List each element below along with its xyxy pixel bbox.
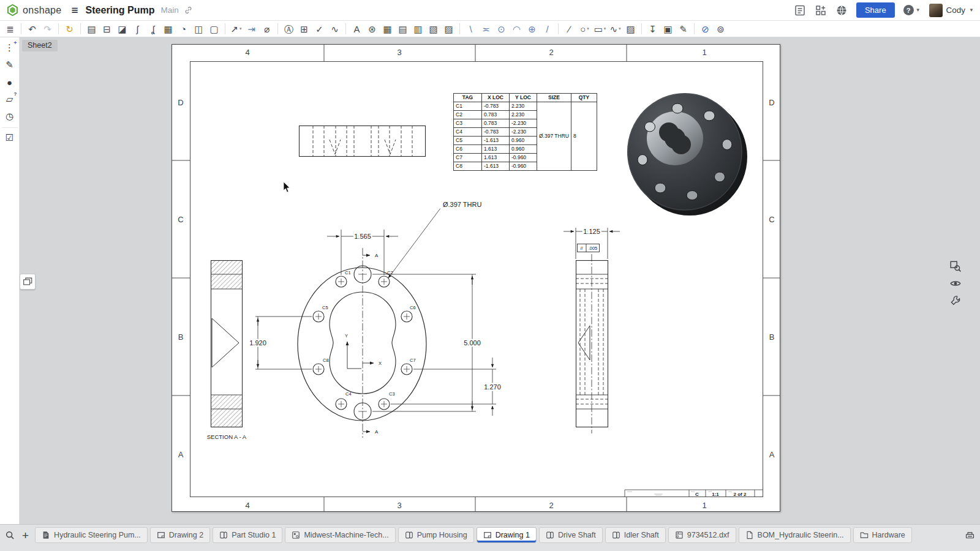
spline-icon[interactable]: ∿▾ [608, 22, 623, 36]
community-globe-icon[interactable] [835, 4, 848, 17]
rectangle-icon[interactable]: ▭▾ [592, 22, 608, 36]
main-menu-icon[interactable]: ≡ [72, 4, 78, 16]
history-icon[interactable]: ◷ [2, 108, 18, 124]
tab-hardware[interactable]: Hardware [853, 527, 912, 543]
share-button[interactable]: Share [856, 2, 895, 18]
construction-lines-icon[interactable]: ≍ [478, 22, 494, 36]
projected-view-icon[interactable]: ⊟ [99, 22, 115, 36]
auxiliary-view-icon[interactable]: ◪ [115, 22, 130, 36]
text-icon[interactable]: A [349, 22, 364, 36]
top-view[interactable] [300, 126, 426, 157]
feature-control-frame: // .005 [578, 244, 600, 252]
point-icon[interactable]: \ [463, 22, 478, 36]
drawing-canvas[interactable]: Sheet2 [20, 37, 980, 524]
front-view[interactable]: C1 C2 C3 C4 C5 C6 C7 C8 [298, 248, 426, 438]
left-section-view[interactable]: SECTION A - A [207, 261, 247, 441]
svg-text:A: A [375, 253, 379, 258]
sketch-pencil-icon[interactable]: ✎ [676, 22, 691, 36]
center-mark-icon[interactable]: ⊙ [494, 22, 509, 36]
measure-edit-icon[interactable]: ⊚ [713, 22, 728, 36]
title-block[interactable]: C 1:1 2 of 2 [625, 490, 763, 497]
svg-text:A: A [178, 450, 184, 459]
tab-label: Hardware [872, 531, 905, 539]
note-icon[interactable]: Ⓐ [281, 22, 296, 36]
app-icon [292, 531, 300, 539]
user-name: Cody [946, 6, 966, 15]
callout-icon[interactable]: ⊞ [296, 22, 312, 36]
bom-table-icon[interactable]: ▤ [395, 22, 410, 36]
insert-view-icon[interactable]: ▤ [84, 22, 99, 36]
diameter-dimension-icon[interactable]: ⌀ [259, 22, 274, 36]
table-icon[interactable]: ▦ [380, 22, 395, 36]
tab-9734512-dxf[interactable]: 9734512.dxf [668, 527, 736, 543]
tab-manager-icon[interactable] [965, 530, 975, 541]
iso-3d-view[interactable] [627, 93, 747, 216]
centerline-arc-icon[interactable]: ◠ [509, 22, 524, 36]
tasks-icon[interactable] [794, 4, 806, 17]
circle-icon[interactable]: ○▾ [577, 22, 592, 36]
section-view-icon[interactable]: ʃ [130, 22, 145, 36]
tools-icon[interactable] [949, 294, 962, 307]
iso-view-icon[interactable]: ◔ [176, 22, 191, 36]
markup-icon[interactable]: ✎ [2, 57, 18, 73]
left-sidebar: ⋮+✎●▱?◷☑ [0, 37, 20, 524]
tab-part-studio-1[interactable]: Part Studio 1 [213, 527, 282, 543]
drawing-sheet[interactable]: 4 3 2 1 4 3 2 1 D C B A D C B A [172, 44, 780, 512]
measure-icon[interactable]: ⊘ [698, 22, 713, 36]
insert-image-icon[interactable]: ▣ [660, 22, 676, 36]
right-side-view[interactable]: // .005 [576, 244, 608, 434]
tab-idler-shaft[interactable]: Idler Shaft [605, 527, 666, 543]
toolbar-divider [277, 23, 278, 34]
add-tab-icon[interactable]: + [22, 530, 29, 541]
hatch-icon[interactable]: ▨ [623, 22, 638, 36]
update-sync-icon[interactable]: ↻ [62, 22, 77, 36]
svg-text:C: C [178, 215, 183, 224]
hole-table[interactable]: TAGX LOCY LOCSIZEQTYC1-0.7832.230Ø.397 T… [453, 93, 597, 171]
centerline-point-icon[interactable]: ⊕ [524, 22, 540, 36]
share-link-icon[interactable] [184, 6, 193, 15]
help-menu[interactable]: ? ▼ [903, 5, 921, 15]
visibility-icon[interactable] [949, 277, 962, 290]
onshape-logo[interactable]: onshape [6, 4, 62, 17]
tab-hydraulic-steering-pum[interactable]: Hydraulic Steering Pum... [35, 527, 148, 543]
break-view-icon[interactable]: ◫ [191, 22, 206, 36]
tab-pump-housing[interactable]: Pump Housing [398, 527, 474, 543]
crop-view-icon[interactable]: ▢ [206, 22, 222, 36]
learning-center-icon[interactable]: ▱? [2, 91, 18, 107]
hole-table-cell: 0.783 [482, 111, 510, 119]
tab-label: Drawing 2 [169, 531, 203, 539]
hole-table-tool-icon[interactable]: ▥ [410, 22, 426, 36]
search-tabs-icon[interactable] [5, 530, 15, 540]
tab-bom-hydraulic-steerin[interactable]: BOM_Hydraulic Steerin... [739, 527, 851, 543]
tab-drawing-2[interactable]: Drawing 2 [150, 527, 210, 543]
sheet-tab[interactable]: Sheet2 [22, 40, 58, 51]
detail-view-icon[interactable]: ʆ [145, 22, 160, 36]
surface-finish-icon[interactable]: ∿ [327, 22, 342, 36]
checked-dimension-icon[interactable]: ✓ [312, 22, 327, 36]
workspace-name[interactable]: Main [161, 6, 179, 15]
comments-icon[interactable]: ● [2, 74, 18, 90]
undo-icon[interactable]: ↶ [24, 22, 40, 36]
fit-view-icon[interactable] [949, 260, 962, 272]
ordinate-dimension-icon[interactable]: ⇥ [244, 22, 259, 36]
dimension-icon[interactable]: ↗▾ [228, 22, 244, 36]
apps-store-icon[interactable] [815, 4, 827, 17]
cut-list-icon[interactable]: ▨ [441, 22, 456, 36]
properties-checklist-icon[interactable]: ☑ [2, 130, 18, 146]
tab-drive-shaft[interactable]: Drive Shaft [539, 527, 603, 543]
sheets-stack-icon[interactable] [20, 274, 36, 290]
svg-text:C3: C3 [389, 391, 395, 397]
broken-view-icon[interactable]: ▦ [160, 22, 176, 36]
sheets-panel-icon[interactable]: ≣ [2, 22, 18, 36]
redo-icon[interactable]: ↷ [40, 22, 55, 36]
tab-midwest-machine-tech[interactable]: Midwest-Machine-Tech... [285, 527, 395, 543]
insert-item-icon[interactable]: ⋮+ [2, 40, 18, 56]
tangent-line-icon[interactable]: / [540, 22, 555, 36]
line-icon[interactable]: ∕ [562, 22, 577, 36]
bend-table-icon[interactable]: ▧ [426, 22, 441, 36]
tab-drawing-1[interactable]: Drawing 1 [477, 527, 537, 543]
user-menu[interactable]: Cody ▼ [929, 4, 974, 17]
export-dxf-icon[interactable]: ↧ [645, 22, 660, 36]
toolbar-divider [80, 23, 81, 34]
find-annotation-icon[interactable]: ⊛ [364, 22, 380, 36]
